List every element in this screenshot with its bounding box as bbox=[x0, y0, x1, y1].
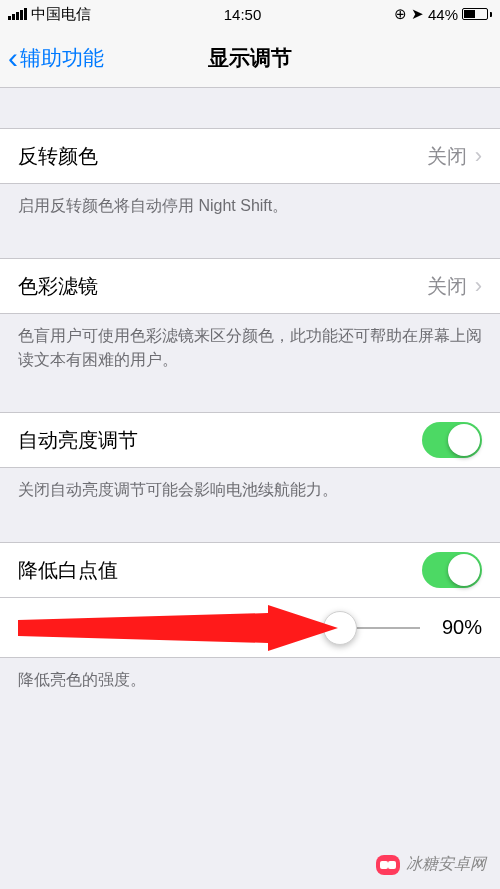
status-right: ⊕ ➤ 44% bbox=[394, 5, 492, 23]
footer-invert: 启用反转颜色将自动停用 Night Shift。 bbox=[0, 184, 500, 218]
chevron-left-icon: ‹ bbox=[8, 43, 18, 73]
signal-icon bbox=[8, 8, 27, 20]
toggle-reduce-white[interactable] bbox=[422, 552, 482, 588]
watermark-icon bbox=[376, 855, 400, 875]
status-time: 14:50 bbox=[224, 6, 262, 23]
lock-rotation-icon: ⊕ bbox=[394, 5, 407, 23]
row-invert-colors[interactable]: 反转颜色 关闭 › bbox=[0, 128, 500, 184]
row-label: 自动亮度调节 bbox=[18, 427, 422, 454]
toggle-auto-brightness[interactable] bbox=[422, 422, 482, 458]
carrier-label: 中国电信 bbox=[31, 5, 91, 24]
watermark-text: 冰糖安卓网 bbox=[406, 854, 486, 875]
group-color-filter: 色彩滤镜 关闭 › bbox=[0, 258, 500, 314]
group-reduce-white: 降低白点值 90% bbox=[0, 542, 500, 658]
footer-reduce-white: 降低亮色的强度。 bbox=[0, 658, 500, 692]
footer-color-filter: 色盲用户可使用色彩滤镜来区分颜色，此功能还可帮助在屏幕上阅读文本有困难的用户。 bbox=[0, 314, 500, 372]
footer-auto-brightness: 关闭自动亮度调节可能会影响电池续航能力。 bbox=[0, 468, 500, 502]
row-value: 关闭 bbox=[427, 143, 467, 170]
group-invert: 反转颜色 关闭 › bbox=[0, 128, 500, 184]
battery-pct: 44% bbox=[428, 6, 458, 23]
row-label: 降低白点值 bbox=[18, 557, 422, 584]
slider-value: 90% bbox=[434, 616, 482, 639]
back-button[interactable]: ‹ 辅助功能 bbox=[0, 43, 104, 73]
back-label: 辅助功能 bbox=[20, 44, 104, 72]
status-left: 中国电信 bbox=[8, 5, 91, 24]
row-reduce-white: 降低白点值 bbox=[0, 542, 500, 598]
row-color-filter[interactable]: 色彩滤镜 关闭 › bbox=[0, 258, 500, 314]
status-bar: 中国电信 14:50 ⊕ ➤ 44% bbox=[0, 0, 500, 28]
nav-bar: ‹ 辅助功能 显示调节 bbox=[0, 28, 500, 88]
row-white-point-slider: 90% bbox=[0, 598, 500, 658]
group-auto-brightness: 自动亮度调节 bbox=[0, 412, 500, 468]
chevron-right-icon: › bbox=[475, 143, 482, 169]
row-auto-brightness: 自动亮度调节 bbox=[0, 412, 500, 468]
row-value: 关闭 bbox=[427, 273, 467, 300]
slider-thumb[interactable] bbox=[323, 611, 357, 645]
slider-fill bbox=[18, 627, 340, 629]
location-icon: ➤ bbox=[411, 5, 424, 23]
chevron-right-icon: › bbox=[475, 273, 482, 299]
watermark: 冰糖安卓网 bbox=[376, 854, 486, 875]
row-label: 反转颜色 bbox=[18, 143, 427, 170]
slider-white-point[interactable] bbox=[18, 627, 420, 629]
toggle-knob bbox=[448, 554, 480, 586]
row-label: 色彩滤镜 bbox=[18, 273, 427, 300]
toggle-knob bbox=[448, 424, 480, 456]
battery-icon bbox=[462, 8, 492, 20]
